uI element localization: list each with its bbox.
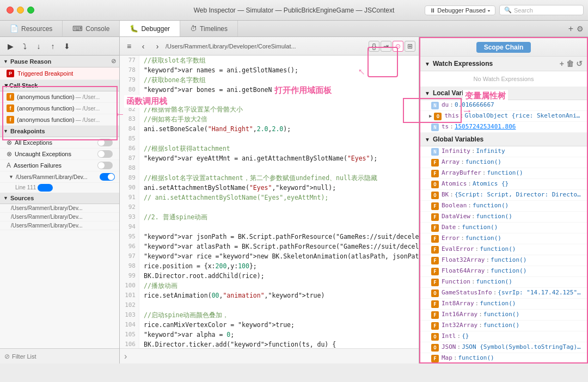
scope-var-du[interactable]: Ndu: 0.016666667: [420, 100, 587, 111]
scope-chain-button[interactable]: ⊙: [393, 41, 403, 52]
scope-var-Int8Array[interactable]: FInt8Array: function(): [420, 299, 587, 310]
line-number-79: 79: [120, 75, 139, 85]
scope-var-ts[interactable]: Nts: 1505724253401.806: [420, 122, 587, 133]
step-over-button[interactable]: ⤵: [19, 40, 30, 52]
back-button[interactable]: ‹: [137, 40, 149, 52]
filter-input[interactable]: [12, 353, 115, 360]
sidebar-toggle-button[interactable]: ≡: [123, 40, 135, 52]
code-line-103: 103//启动spine动画颜色叠加，: [120, 310, 419, 320]
add-tab-button[interactable]: +: [568, 24, 573, 34]
var-name-Intl: Intl: [442, 332, 456, 340]
maximize-button[interactable]: [27, 7, 34, 14]
bp-file-item[interactable]: ▼ /Users/Rammer/Library/Dev...: [0, 171, 119, 183]
breakpoints-header[interactable]: ▼ Breakpoints: [0, 126, 119, 137]
scope-var-Float64Array[interactable]: FFloat64Array: function(): [420, 266, 587, 277]
code-action-4[interactable]: ⊞: [405, 41, 415, 52]
continue-button[interactable]: ▶: [4, 40, 16, 52]
settings-icon[interactable]: ⚙: [577, 24, 584, 33]
scope-chain-button[interactable]: Scope Chain: [476, 42, 531, 53]
tab-console[interactable]: ⌨ Console: [63, 21, 120, 36]
breakpoint-all-exceptions[interactable]: ⊗ All Exceptions: [0, 137, 119, 149]
traffic-lights: [7, 7, 34, 14]
line-number-93: 93: [120, 212, 139, 222]
var-name-this: this: [444, 112, 459, 119]
scope-var-EvalError[interactable]: FEvalError: function(): [420, 244, 587, 255]
step-down-button[interactable]: ⬇: [61, 40, 73, 52]
scope-var-Float32Array[interactable]: FFloat32Array: function(): [420, 255, 587, 266]
scope-var-Intl[interactable]: OIntl: {}: [420, 331, 587, 342]
tab-resources[interactable]: 📄 Resources: [0, 21, 63, 36]
step-into-button[interactable]: ↓: [33, 40, 45, 52]
scope-var-BK[interactable]: OBK: {Script: Script, Director: Director…: [420, 190, 587, 201]
scope-var-Int16Array[interactable]: FInt16Array: function(): [420, 310, 587, 321]
tab-debugger[interactable]: 🐛 Debugger: [120, 21, 180, 36]
callstack-item-1[interactable]: f (anonymous function) — /User...: [0, 103, 119, 114]
scope-var-ArrayBuffer[interactable]: FArrayBuffer: function(): [420, 168, 587, 179]
minimize-button[interactable]: [17, 7, 24, 14]
scope-var-JSON[interactable]: OJSON: JSON {Symbol(Symbol.toStringTag):…: [420, 342, 587, 353]
var-name-Int8Array: Int8Array: [442, 300, 474, 307]
all-exceptions-toggle[interactable]: [97, 139, 113, 146]
bp-file-toggle[interactable]: [100, 173, 115, 181]
pretty-print-button[interactable]: {}: [369, 41, 379, 52]
var-val-this: GlobalObject {rice: SkeletonAnimation,: [465, 112, 583, 119]
step-out-button[interactable]: ↑: [47, 40, 59, 52]
line-content-96: "keyword">var atlasPath = BK.Script.path…: [139, 242, 419, 251]
var-val-Infinity: Infinity: [476, 147, 583, 155]
var-sep-Int8Array: :: [475, 300, 479, 307]
close-button[interactable]: [7, 7, 14, 14]
code-line-84: 84ani.setBoneScale("Hand_Right",2.0,2.0)…: [120, 124, 419, 134]
uncaught-toggle[interactable]: [97, 150, 113, 158]
remove-watch-button[interactable]: 🗑: [566, 59, 574, 68]
refresh-watch-button[interactable]: ↺: [576, 59, 583, 68]
scope-var-Map[interactable]: FMap: function(): [420, 353, 587, 362]
uncaught-label: Uncaught Exceptions: [15, 151, 71, 157]
search-box[interactable]: 🔍 Search: [499, 5, 584, 15]
scope-var-this[interactable]: ▶Othis: GlobalObject {rice: SkeletonAnim…: [420, 111, 587, 122]
scope-var-Function[interactable]: FFunction: function(): [420, 277, 587, 288]
bp-line-item[interactable]: Line 111: [0, 183, 119, 193]
resources-icon: 📄: [10, 24, 19, 33]
scope-var-GameStatusInfo[interactable]: OGameStatusInfo: {svrIp: "14.17.42.125",…: [420, 288, 587, 299]
callstack-header[interactable]: ▼ Call Stack: [0, 80, 119, 91]
line-number-91: 91: [120, 193, 139, 202]
callstack-func-2: (anonymous function): [17, 116, 75, 123]
var-type-badge-BK: O: [431, 192, 439, 199]
line-content-102: [139, 300, 148, 310]
forward-button[interactable]: ›: [151, 40, 163, 52]
scope-var-Infinity[interactable]: NInfinity: Infinity: [420, 146, 587, 157]
breakpoint-uncaught-exceptions[interactable]: ⊗ Uncaught Exceptions: [0, 149, 119, 160]
format-button[interactable]: ⇥: [381, 41, 391, 52]
local-variables-header[interactable]: ▼ Local Variables: [420, 87, 587, 100]
callstack-item-2[interactable]: f (anonymous function) — /User...: [0, 114, 119, 126]
breakpoint-assertion-failures[interactable]: A Assertion Failures: [0, 160, 119, 171]
add-watch-button[interactable]: +: [560, 59, 564, 68]
scope-var-DataView[interactable]: FDataView: function(): [420, 212, 587, 223]
global-variables-header[interactable]: ▼ Global Variables: [420, 133, 587, 146]
scope-var-Int32Array[interactable]: FInt32Array: function(): [420, 321, 587, 331]
line-content-86: //根据slot获得attachment: [139, 144, 235, 153]
watch-expressions-header[interactable]: ▼ Watch Expressions + 🗑 ↺: [420, 57, 587, 71]
scope-var-Array[interactable]: FArray: function(): [420, 157, 587, 168]
source-item-0[interactable]: /Users/Rammer/Library/Dev...: [0, 204, 119, 213]
var-name-Float32Array: Float32Array: [442, 256, 485, 263]
debugger-paused-badge[interactable]: ⏸ Debugger Paused ▾: [425, 5, 495, 15]
source-item-2[interactable]: /Users/Rammer/Library/Dev...: [0, 221, 119, 230]
assertion-toggle[interactable]: [97, 162, 113, 169]
scope-body: ▼ Watch Expressions + 🗑 ↺ No Watch Expre…: [420, 57, 587, 362]
line-number-104: 104: [120, 320, 139, 330]
code-editor[interactable]: 77//获取slot名字数组78"keyword">var names = an…: [120, 56, 419, 348]
watch-empty-message: No Watch Expressions: [420, 71, 587, 87]
scope-var-Atomics[interactable]: OAtomics: Atomics {}: [420, 179, 587, 190]
callstack-item-0[interactable]: f (anonymous function) — /User...: [0, 91, 119, 103]
var-sep-Map: :: [454, 354, 457, 361]
scope-var-Date[interactable]: FDate: function(): [420, 223, 587, 233]
sources-header[interactable]: ▼ Sources: [0, 193, 119, 204]
scope-var-Error[interactable]: FError: function(): [420, 233, 587, 244]
line-number-98: 98: [120, 261, 139, 271]
bp-line-toggle[interactable]: [38, 184, 53, 192]
scope-var-Boolean[interactable]: FBoolean: function(): [420, 201, 587, 212]
source-item-1[interactable]: /Users/Rammer/Library/Dev...: [0, 213, 119, 221]
tab-timelines[interactable]: ⏱ Timelines: [180, 21, 238, 36]
pause-reason-header[interactable]: ▼ Pause Reason ⊘: [0, 56, 119, 67]
